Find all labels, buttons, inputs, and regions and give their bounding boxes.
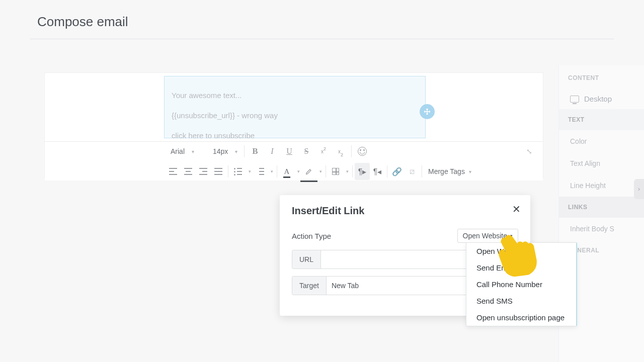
property-line-height[interactable]: Line Height (559, 174, 644, 197)
option-send-sms[interactable]: Send SMS (466, 293, 576, 309)
caret-down-icon: ▾ (510, 233, 513, 238)
chevron-down-icon[interactable]: ▾ (247, 169, 253, 174)
chevron-down-icon: ▾ (469, 169, 471, 174)
align-right-button[interactable] (196, 163, 211, 180)
rtl-button[interactable]: ¶◂ (370, 163, 385, 180)
chevron-down-icon[interactable]: ▾ (295, 169, 301, 174)
divider (30, 39, 614, 39)
align-justify-button[interactable] (211, 163, 226, 180)
superscript-button[interactable]: x (315, 143, 332, 160)
table-button[interactable] (328, 163, 343, 180)
chevron-down-icon[interactable]: ▾ (269, 169, 275, 174)
merge-tags-button[interactable]: Merge Tags▾ (424, 167, 475, 175)
bullet-list-button[interactable] (230, 163, 246, 180)
separator (228, 165, 228, 177)
text-content-block[interactable]: Your awesome text... {{unsubscribe_url}}… (164, 76, 426, 138)
separator (422, 165, 422, 177)
property-color[interactable]: Color (559, 130, 644, 152)
separator (387, 165, 387, 177)
move-handle[interactable] (420, 104, 435, 119)
option-call-phone[interactable]: Call Phone Number (466, 276, 576, 293)
sidebar-expand-tab[interactable]: › (634, 179, 644, 199)
sidebar-section-content[interactable]: CONTENT (559, 67, 644, 88)
url-label: URL (292, 250, 321, 268)
chevron-down-icon[interactable]: ▾ (344, 169, 350, 174)
property-text-align[interactable]: Text Align (559, 152, 644, 174)
remove-link-button[interactable]: ⧄ (405, 163, 420, 180)
font-family-select[interactable]: Arial▾ (166, 144, 205, 159)
ordered-list-button[interactable] (253, 163, 268, 180)
subscript-button[interactable]: x (332, 143, 349, 160)
separator (277, 165, 277, 177)
page-title: Compose email (0, 0, 644, 39)
sidebar-section-text[interactable]: TEXT (559, 109, 644, 130)
align-left-button[interactable] (166, 163, 181, 180)
modal-title: Insert/Edit Link (280, 195, 530, 217)
chevron-down-icon: ▾ (192, 149, 194, 154)
align-center-button[interactable] (181, 163, 196, 180)
bold-button[interactable]: B (247, 143, 264, 160)
action-type-dropdown[interactable]: Open Website ▾ (457, 229, 518, 243)
email-canvas: Your awesome text... {{unsubscribe_url}}… (44, 72, 543, 178)
chevron-down-icon: ▾ (235, 149, 237, 154)
action-type-label: Action Type (292, 232, 331, 240)
separator (351, 145, 352, 157)
option-send-email[interactable]: Send Email (466, 259, 576, 276)
close-button[interactable]: ✕ (509, 202, 523, 216)
text-color-button[interactable]: A (279, 163, 294, 180)
italic-button[interactable]: I (264, 143, 281, 160)
separator (244, 145, 245, 157)
close-icon: ✕ (512, 203, 521, 215)
chevron-down-icon[interactable]: ▾ (317, 169, 324, 174)
emoji-button[interactable] (354, 143, 371, 160)
editor-placeholder: Your awesome text... (172, 85, 418, 106)
separator (326, 165, 326, 177)
highlight-color-button[interactable] (301, 163, 316, 180)
option-open-website[interactable]: Open Website (466, 243, 576, 259)
property-inherit-body[interactable]: Inherit Body S (559, 218, 644, 240)
sidebar-section-links[interactable]: LINKS (559, 197, 644, 218)
action-type-dropdown-menu: Open Website Send Email Call Phone Numbe… (466, 242, 577, 326)
insert-link-modal: Insert/Edit Link ✕ Action Type Open Webs… (280, 195, 530, 316)
device-preview-toggle[interactable]: Desktop (559, 88, 644, 109)
editor-line-2: {{unsubscribe_url}} - wrong way (172, 106, 418, 126)
strikethrough-button[interactable]: S (298, 143, 315, 160)
monitor-icon (570, 96, 579, 103)
ltr-button[interactable]: ¶▸ (355, 163, 370, 180)
underline-button[interactable]: U (281, 143, 298, 160)
collapse-toolbar-icon[interactable]: ⤡ (522, 144, 537, 159)
option-open-unsubscribe[interactable]: Open unsubscription page (466, 309, 576, 326)
font-size-select[interactable]: 14px▾ (208, 144, 242, 159)
rich-text-toolbar: Arial▾ 14px▾ B I U S x x ⤡ ▾ ▾ A ▾ (45, 141, 543, 180)
insert-link-button[interactable]: 🔗 (389, 163, 405, 180)
target-label: Target (292, 277, 327, 295)
separator (352, 165, 353, 177)
